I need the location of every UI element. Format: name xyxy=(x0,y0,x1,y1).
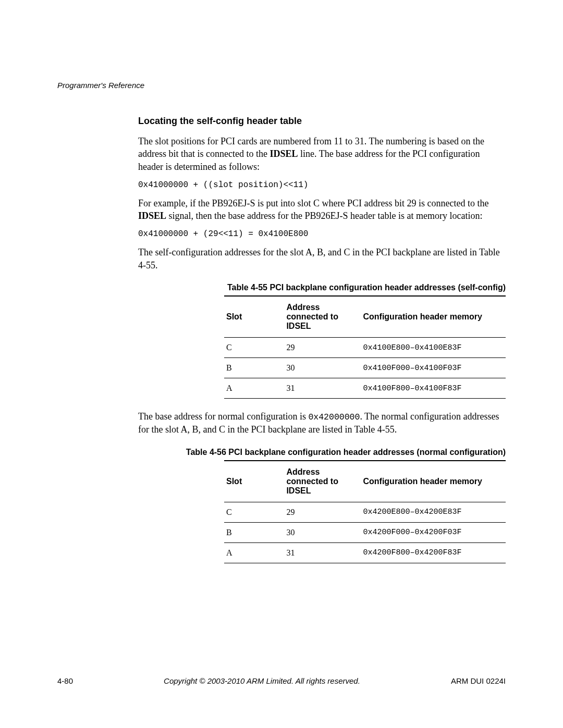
cell-mem: 0x4200E800–0x4200E83F xyxy=(361,502,506,522)
th-addr: Address connected to IDSEL xyxy=(284,296,361,338)
th-addr: Address connected to IDSEL xyxy=(284,461,361,502)
breadcrumb: Programmer's Reference xyxy=(57,81,506,90)
cell-mem: 0x4100F800–0x4100F83F xyxy=(361,378,506,399)
table-header-row: Slot Address connected to IDSEL Configur… xyxy=(224,296,506,338)
table-row: C 29 0x4200E800–0x4200E83F xyxy=(224,502,506,522)
para1-bold-idsel: IDSEL xyxy=(270,149,298,159)
th-slot: Slot xyxy=(224,461,284,502)
table-row: A 31 0x4100F800–0x4100F83F xyxy=(224,378,506,399)
th-mem: Configuration header memory xyxy=(361,296,506,338)
table-row: A 31 0x4200F800–0x4200F83F xyxy=(224,542,506,563)
table-row: B 30 0x4100F000–0x4100F03F xyxy=(224,358,506,378)
table-row: B 30 0x4200F000–0x4200F03F xyxy=(224,522,506,542)
table-row: C 29 0x4100E800–0x4100E83F xyxy=(224,338,506,358)
para4-code: 0x42000000 xyxy=(308,412,360,422)
copyright-text: Copyright © 2003-2010 ARM Limited. All r… xyxy=(73,676,451,685)
cell-mem: 0x4200F800–0x4200F83F xyxy=(361,542,506,563)
cell-slot: B xyxy=(224,522,284,542)
paragraph-1: The slot positions for PCI cards are num… xyxy=(138,135,506,173)
table-56: Slot Address connected to IDSEL Configur… xyxy=(224,460,506,563)
para4-pre: The base address for normal configuratio… xyxy=(138,411,308,422)
cell-slot: C xyxy=(224,502,284,522)
th-slot: Slot xyxy=(224,296,284,338)
table-header-row: Slot Address connected to IDSEL Configur… xyxy=(224,461,506,502)
table-55-caption: Table 4-55 PCI backplane configuration h… xyxy=(138,283,506,292)
para2-bold-idsel: IDSEL xyxy=(138,211,166,221)
cell-mem: 0x4100F000–0x4100F03F xyxy=(361,358,506,378)
content-area: Locating the self-config header table Th… xyxy=(138,116,506,563)
cell-addr: 31 xyxy=(284,378,361,399)
table-55: Slot Address connected to IDSEL Configur… xyxy=(224,295,506,399)
cell-slot: B xyxy=(224,358,284,378)
cell-slot: C xyxy=(224,338,284,358)
paragraph-2: For example, if the PB926EJ-S is put int… xyxy=(138,197,506,223)
cell-addr: 29 xyxy=(284,502,361,522)
cell-mem: 0x4200F000–0x4200F03F xyxy=(361,522,506,542)
para2-post: signal, then the base address for the PB… xyxy=(166,211,482,221)
th-mem: Configuration header memory xyxy=(361,461,506,502)
cell-mem: 0x4100E800–0x4100E83F xyxy=(361,338,506,358)
cell-slot: A xyxy=(224,378,284,399)
paragraph-3: The self-configuration addresses for the… xyxy=(138,246,506,272)
cell-addr: 30 xyxy=(284,358,361,378)
page-footer: 4-80 Copyright © 2003-2010 ARM Limited. … xyxy=(57,676,506,685)
paragraph-4: The base address for normal configuratio… xyxy=(138,410,506,436)
code-block-1: 0x41000000 + ((slot position)<<11) xyxy=(138,180,506,190)
cell-addr: 29 xyxy=(284,338,361,358)
cell-addr: 31 xyxy=(284,542,361,563)
code-block-2: 0x41000000 + (29<<11) = 0x4100E800 xyxy=(138,229,506,239)
para2-pre: For example, if the PB926EJ-S is put int… xyxy=(138,198,488,208)
cell-addr: 30 xyxy=(284,522,361,542)
doc-reference: ARM DUI 0224I xyxy=(451,676,506,685)
page-number: 4-80 xyxy=(57,676,73,685)
cell-slot: A xyxy=(224,542,284,563)
page: Programmer's Reference Locating the self… xyxy=(0,0,563,728)
section-heading: Locating the self-config header table xyxy=(138,116,506,127)
table-56-caption: Table 4-56 PCI backplane configuration h… xyxy=(138,448,506,457)
